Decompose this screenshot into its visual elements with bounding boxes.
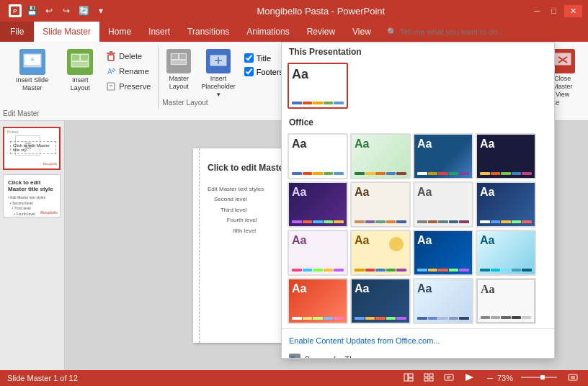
menu-insert[interactable]: Insert xyxy=(140,22,179,42)
slideshow-button[interactable] xyxy=(461,372,477,385)
svg-rect-22 xyxy=(172,60,186,64)
theme-item-14[interactable]: Aa xyxy=(350,278,411,324)
svg-rect-8 xyxy=(72,55,79,60)
restore-button[interactable]: □ xyxy=(548,5,560,17)
undo-button[interactable]: ↩ xyxy=(42,4,56,18)
view-controls: ─ 73% xyxy=(401,372,581,385)
menu-transitions[interactable]: Transitions xyxy=(179,22,238,42)
current-theme-item[interactable]: Aa xyxy=(288,63,348,109)
theme-item-15[interactable]: Aa xyxy=(413,278,473,324)
svg-rect-50 xyxy=(429,378,433,381)
theme-item-7[interactable]: Aa xyxy=(413,181,473,228)
this-presentation-label: This Presentation xyxy=(282,42,554,61)
office-themes-grid: Aa Aa xyxy=(282,132,554,326)
repeat-button[interactable]: 🔄 xyxy=(76,4,91,18)
ribbon-group-edit-master: ≡ Insert Slide Master InsertLayout Delet… xyxy=(1,45,159,109)
svg-rect-21 xyxy=(179,54,186,59)
master-layout-button[interactable]: MasterLayout xyxy=(162,46,195,94)
master-layout-label: Master Layout xyxy=(162,99,208,107)
theme-item-2[interactable]: Aa xyxy=(350,133,411,179)
menu-file[interactable]: File xyxy=(0,22,34,42)
insert-slide-master-button[interactable]: ≡ Insert Slide Master xyxy=(4,46,60,95)
theme-item-10[interactable]: Aa xyxy=(350,230,411,276)
quick-access-toolbar: P 💾 ↩ ↪ 🔄 ▾ xyxy=(6,4,111,18)
theme-item-12[interactable]: Aa xyxy=(476,230,536,276)
svg-rect-56 xyxy=(540,375,545,380)
svg-text:P: P xyxy=(13,8,17,14)
svg-text:≡: ≡ xyxy=(30,56,34,63)
footers-checkbox[interactable]: Footers xyxy=(241,66,286,78)
normal-view-button[interactable] xyxy=(401,372,416,385)
rename-button[interactable]: A Rename xyxy=(102,64,155,78)
theme-item-8[interactable]: Aa xyxy=(476,181,536,228)
svg-line-15 xyxy=(113,68,115,71)
theme-item-1[interactable]: Aa xyxy=(288,133,348,179)
title-bar: P 💾 ↩ ↪ 🔄 ▾ Mongibello Pasta - PowerPoin… xyxy=(0,0,588,22)
svg-rect-11 xyxy=(108,55,114,60)
menu-view[interactable]: View xyxy=(344,22,380,42)
theme-item-6[interactable]: Aa xyxy=(350,181,411,228)
close-button[interactable]: ✕ xyxy=(564,5,582,17)
svg-rect-49 xyxy=(424,378,428,381)
title-bar-controls: ─ □ ✕ xyxy=(531,5,582,17)
reading-view-button[interactable] xyxy=(441,372,457,385)
preserve-button[interactable]: Preserve xyxy=(102,79,155,94)
theme-item-13[interactable]: Aa xyxy=(288,278,348,324)
svg-rect-46 xyxy=(409,378,413,381)
delete-button[interactable]: Delete xyxy=(102,49,155,63)
browse-icon xyxy=(289,354,300,359)
svg-rect-45 xyxy=(409,374,413,377)
insert-placeholder-button[interactable]: InsertPlaceholder ▾ xyxy=(197,46,240,101)
svg-rect-17 xyxy=(107,83,115,90)
svg-text:A: A xyxy=(107,68,112,76)
ribbon: ≡ Insert Slide Master InsertLayout Delet… xyxy=(0,42,588,121)
theme-item-9[interactable]: Aa xyxy=(288,230,348,276)
slide-thumb-2[interactable]: Click to edit Master title style • Edit … xyxy=(3,174,61,217)
slide-thumb-1[interactable]: Picture 🖼 Click to edit Master title sty… xyxy=(3,127,61,170)
menu-animations[interactable]: Animations xyxy=(238,22,298,42)
help-search[interactable] xyxy=(400,27,530,36)
svg-rect-58 xyxy=(571,376,575,379)
zoom-fit-button[interactable] xyxy=(565,372,581,385)
svg-rect-9 xyxy=(81,55,88,60)
redo-button[interactable]: ↪ xyxy=(59,4,74,18)
themes-dropdown-panel: This Presentation Aa Office xyxy=(281,42,555,359)
edit-master-label: Edit Master xyxy=(3,109,40,117)
office-label: Office xyxy=(282,113,554,132)
window-title: Mongibello Pasta - PowerPoint xyxy=(111,6,531,17)
svg-rect-6 xyxy=(33,68,37,71)
svg-rect-48 xyxy=(429,374,433,377)
menu-slide-master[interactable]: Slide Master xyxy=(34,22,99,42)
browse-themes-action[interactable]: Browse for Themes... xyxy=(282,349,554,359)
svg-rect-47 xyxy=(424,374,428,377)
menu-review[interactable]: Review xyxy=(298,22,344,42)
slide-info: Slide Master 1 of 12 xyxy=(7,374,78,382)
theme-item-3[interactable]: Aa xyxy=(413,133,473,179)
zoom-divider: ─ xyxy=(487,374,493,382)
title-bar-left: P 💾 ↩ ↪ 🔄 ▾ xyxy=(6,4,111,18)
svg-rect-39 xyxy=(291,356,295,358)
svg-marker-54 xyxy=(466,374,473,381)
svg-rect-51 xyxy=(445,374,453,380)
slide-panel: Picture 🖼 Click to edit Master title sty… xyxy=(0,121,65,370)
svg-rect-10 xyxy=(72,62,88,66)
title-checkbox[interactable]: Title xyxy=(241,52,286,64)
theme-item-5[interactable]: Aa xyxy=(288,181,348,228)
app-icon: P xyxy=(9,4,22,17)
customize-qa-button[interactable]: ▾ xyxy=(94,4,108,18)
minimize-button[interactable]: ─ xyxy=(531,5,544,17)
enable-updates-action[interactable]: Enable Content Updates from Office.com..… xyxy=(282,332,554,349)
svg-rect-20 xyxy=(172,54,178,59)
menu-bar: File Slide Master Home Insert Transition… xyxy=(0,22,588,42)
insert-layout-button[interactable]: InsertLayout xyxy=(63,46,97,95)
theme-item-11[interactable]: Aa xyxy=(413,230,473,276)
status-bar: Slide Master 1 of 12 ─ 73% xyxy=(0,370,588,386)
theme-item-4[interactable]: Aa xyxy=(476,133,536,179)
zoom-level: 73% xyxy=(497,374,513,382)
menu-home[interactable]: Home xyxy=(99,22,140,42)
slide-sorter-button[interactable] xyxy=(421,372,437,385)
theme-item-16[interactable]: Aa xyxy=(476,278,536,324)
zoom-slider[interactable] xyxy=(517,373,561,383)
svg-rect-5 xyxy=(27,68,32,71)
save-button[interactable]: 💾 xyxy=(24,4,39,18)
